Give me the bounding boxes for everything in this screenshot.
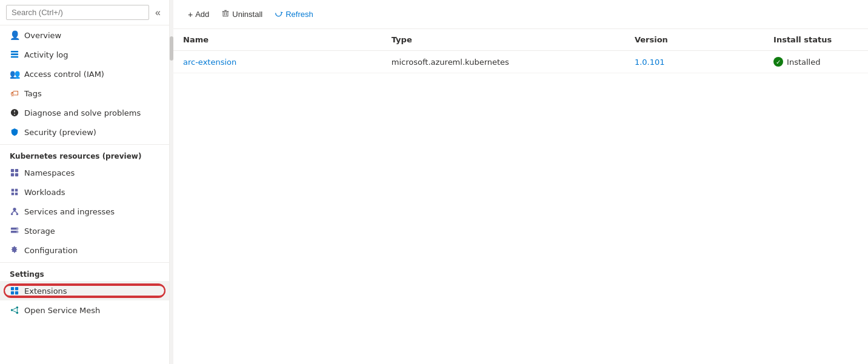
- activity-log-icon: [10, 50, 19, 59]
- mesh-icon: [10, 305, 19, 315]
- sidebar-label-extensions: Extensions: [24, 286, 67, 296]
- svg-point-14: [17, 228, 18, 230]
- col-header-version: Version: [625, 29, 764, 51]
- settings-section-header: Settings: [0, 262, 169, 281]
- k8s-section-header: Kubernetes resources (preview): [0, 144, 169, 163]
- svg-rect-0: [11, 51, 18, 53]
- toolbar: + Add Uninstall Refresh: [173, 0, 868, 29]
- sidebar-item-security[interactable]: Security (preview): [0, 122, 169, 142]
- sidebar-item-namespaces[interactable]: Namespaces: [0, 163, 169, 182]
- iam-icon: 👥: [10, 69, 19, 79]
- svg-rect-3: [11, 169, 14, 172]
- svg-rect-17: [15, 287, 18, 290]
- configuration-icon: [10, 245, 19, 255]
- sidebar-label-namespaces: Namespaces: [24, 168, 75, 177]
- install-status-label: Installed: [787, 58, 820, 67]
- services-icon: [10, 207, 19, 216]
- refresh-icon: [275, 9, 283, 19]
- col-header-type: Type: [382, 29, 625, 51]
- col-header-name: Name: [173, 29, 382, 51]
- sidebar-item-diagnose[interactable]: Diagnose and solve problems: [0, 103, 169, 122]
- col-header-status: Install status: [764, 29, 868, 51]
- sidebar-label-tags: Tags: [24, 89, 42, 98]
- add-button[interactable]: + Add: [183, 7, 214, 22]
- table-container: Name Type Version Install status arc-ext…: [173, 29, 868, 364]
- svg-rect-6: [15, 173, 18, 176]
- svg-point-9: [16, 213, 19, 216]
- sidebar-label-activity-log: Activity log: [24, 50, 68, 59]
- uninstall-label: Uninstall: [232, 10, 262, 19]
- svg-rect-2: [11, 56, 18, 58]
- sidebar-item-tags[interactable]: 🏷 Tags: [0, 84, 169, 103]
- sidebar-label-overview: Overview: [24, 31, 61, 40]
- namespaces-icon: [10, 168, 19, 177]
- security-icon: [10, 127, 19, 137]
- uninstall-icon: [221, 9, 230, 19]
- sidebar-item-extensions[interactable]: Extensions: [0, 281, 169, 300]
- sidebar-item-storage[interactable]: Storage: [0, 221, 169, 240]
- svg-line-11: [15, 211, 17, 213]
- extension-version-link[interactable]: 1.0.101: [635, 58, 665, 67]
- svg-rect-19: [15, 291, 18, 294]
- sidebar-item-open-service-mesh[interactable]: Open Service Mesh: [0, 300, 169, 320]
- sidebar-item-configuration[interactable]: Configuration: [0, 240, 169, 260]
- refresh-label: Refresh: [285, 10, 313, 19]
- extensions-icon: [10, 286, 19, 296]
- svg-point-15: [17, 231, 18, 233]
- svg-rect-1: [11, 53, 18, 55]
- add-label: Add: [195, 10, 209, 19]
- svg-point-20: [11, 309, 13, 311]
- sidebar-item-activity-log[interactable]: Activity log: [0, 45, 169, 64]
- tag-icon: 🏷: [10, 88, 19, 98]
- sidebar: « 👤 Overview Activity log 👥 Access contr…: [0, 0, 170, 364]
- sidebar-label-services: Services and ingresses: [24, 207, 115, 216]
- extension-type: microsoft.azureml.kubernetes: [382, 51, 625, 73]
- sidebar-scrollbar[interactable]: [170, 0, 173, 364]
- workloads-icon: [10, 187, 19, 197]
- sidebar-item-workloads[interactable]: Workloads: [0, 182, 169, 202]
- install-status: ✓ Installed: [773, 57, 858, 67]
- search-input[interactable]: [6, 5, 149, 20]
- add-icon: +: [188, 10, 193, 19]
- sidebar-item-access-control[interactable]: 👥 Access control (IAM): [0, 64, 169, 84]
- overview-icon: 👤: [10, 30, 19, 40]
- svg-rect-5: [11, 173, 14, 176]
- sidebar-label-configuration: Configuration: [24, 246, 78, 255]
- table-row: arc-extension microsoft.azureml.kubernet…: [173, 51, 868, 73]
- refresh-button[interactable]: Refresh: [270, 6, 318, 22]
- extension-name-link[interactable]: arc-extension: [183, 58, 236, 67]
- sidebar-item-overview[interactable]: 👤 Overview: [0, 25, 169, 45]
- sidebar-label-open-service-mesh: Open Service Mesh: [24, 306, 100, 315]
- svg-line-10: [12, 211, 15, 213]
- svg-point-21: [16, 306, 19, 309]
- sidebar-label-storage: Storage: [24, 227, 55, 236]
- diagnose-icon: [10, 108, 19, 117]
- svg-rect-16: [11, 287, 14, 290]
- svg-point-8: [11, 213, 13, 216]
- sidebar-label-diagnose: Diagnose and solve problems: [24, 108, 141, 117]
- search-bar: «: [0, 0, 169, 25]
- uninstall-button[interactable]: Uninstall: [216, 6, 267, 22]
- svg-point-7: [13, 208, 16, 211]
- scrollbar-thumb: [170, 36, 173, 61]
- sidebar-label-access-control: Access control (IAM): [24, 70, 104, 79]
- sidebar-label-security: Security (preview): [24, 128, 96, 137]
- svg-line-23: [13, 308, 16, 310]
- svg-rect-4: [15, 169, 18, 172]
- extensions-table: Name Type Version Install status arc-ext…: [173, 29, 868, 73]
- sidebar-item-services[interactable]: Services and ingresses: [0, 202, 169, 221]
- sidebar-label-workloads: Workloads: [24, 188, 65, 197]
- main-content: + Add Uninstall Refresh Name Type Versio…: [173, 0, 868, 364]
- svg-point-22: [16, 312, 19, 314]
- collapse-sidebar-button[interactable]: «: [153, 6, 163, 19]
- svg-line-24: [13, 311, 16, 313]
- svg-rect-18: [11, 291, 14, 294]
- storage-icon: [10, 226, 19, 236]
- installed-check-icon: ✓: [773, 57, 783, 67]
